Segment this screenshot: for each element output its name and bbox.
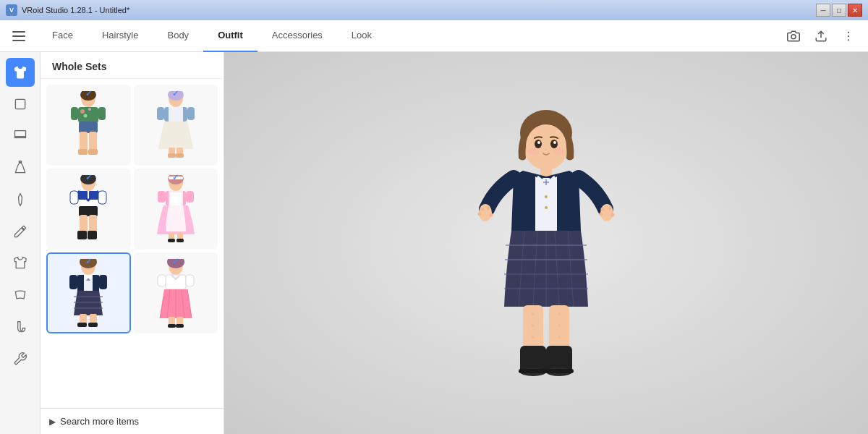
outfit-figure-4 — [138, 173, 214, 245]
top-icon — [13, 97, 27, 111]
shirt-icon — [13, 256, 27, 271]
side-icon-brush[interactable] — [6, 217, 35, 246]
svg-point-129 — [558, 336, 561, 339]
side-icon-dress[interactable] — [6, 153, 35, 182]
svg-rect-40 — [80, 215, 88, 232]
outfit-grid: ✓ — [46, 85, 218, 333]
check-5: ✓ — [85, 257, 92, 266]
svg-point-90 — [537, 141, 540, 144]
viewport — [224, 52, 868, 434]
character-svg — [474, 104, 618, 379]
export-button[interactable] — [810, 25, 832, 47]
collar-icon — [13, 288, 27, 302]
svg-point-106 — [490, 213, 493, 217]
svg-point-108 — [608, 207, 612, 210]
close-button[interactable]: ✕ — [848, 4, 862, 17]
panel-content: ✓ — [41, 79, 224, 408]
outfit-figure-6 — [138, 257, 214, 329]
side-icon-shirt[interactable] — [6, 249, 35, 278]
svg-rect-17 — [79, 122, 98, 133]
minimize-button[interactable]: ─ — [816, 4, 830, 17]
outfit-item-1[interactable]: ✓ — [46, 85, 131, 166]
search-more-label: Search more items — [60, 416, 139, 427]
svg-point-12 — [80, 109, 85, 114]
side-icon-necktie[interactable] — [6, 185, 35, 214]
svg-rect-42 — [77, 231, 87, 239]
svg-rect-83 — [168, 324, 176, 328]
titlebar-title: VRoid Studio 1.28.1 - Untitled* — [22, 6, 129, 14]
svg-rect-27 — [187, 107, 195, 120]
side-icon-bar — [0, 52, 41, 434]
svg-rect-26 — [157, 107, 164, 120]
svg-point-125 — [558, 312, 561, 315]
svg-rect-39 — [79, 206, 98, 216]
outfit-item-6[interactable]: ✓ — [134, 252, 218, 333]
side-icon-pants[interactable] — [6, 122, 35, 150]
tab-outfit[interactable]: Outfit — [203, 20, 258, 52]
svg-rect-31 — [176, 153, 184, 158]
svg-rect-37 — [70, 191, 78, 204]
tab-hairstyle[interactable]: Hairstyle — [88, 20, 153, 52]
outfit-svg-3 — [67, 175, 110, 244]
svg-point-92 — [545, 149, 548, 150]
svg-rect-54 — [168, 239, 175, 242]
svg-point-101 — [479, 204, 492, 221]
window-controls[interactable]: ─ □ ✕ — [816, 4, 862, 17]
side-icon-collar[interactable] — [6, 281, 35, 310]
outfit-item-3[interactable]: ✓ — [46, 169, 131, 250]
svg-point-0 — [791, 34, 796, 38]
check-1: ✓ — [85, 89, 92, 98]
check-6: ✓ — [172, 257, 179, 266]
svg-rect-25 — [169, 107, 183, 122]
svg-point-110 — [611, 213, 615, 217]
svg-point-107 — [601, 208, 605, 211]
svg-rect-74 — [158, 275, 166, 286]
svg-point-93 — [527, 148, 539, 155]
svg-rect-63 — [99, 275, 107, 289]
tab-look[interactable]: Look — [337, 20, 386, 52]
toolbar-actions — [783, 25, 859, 47]
menu-icon[interactable] — [9, 26, 29, 46]
outfit-icon — [13, 65, 27, 80]
outfit-item-2[interactable]: ✓ — [134, 85, 218, 166]
side-icon-socks[interactable] — [6, 312, 35, 341]
outfit-svg-4 — [154, 175, 197, 244]
camera-button[interactable] — [783, 25, 804, 47]
outfit-figure-1 — [51, 89, 127, 161]
outfit-item-5[interactable]: ✓ — [46, 252, 131, 333]
svg-rect-84 — [176, 324, 184, 328]
more-button[interactable] — [838, 25, 859, 47]
svg-point-3 — [848, 35, 849, 36]
check-2: ✓ — [172, 89, 179, 98]
outfit-item-4[interactable]: ✓ — [134, 169, 218, 250]
svg-rect-21 — [88, 149, 98, 155]
svg-rect-38 — [98, 191, 106, 204]
svg-rect-36 — [89, 191, 98, 200]
svg-point-88 — [535, 140, 542, 148]
svg-point-94 — [553, 148, 565, 155]
tab-face[interactable]: Face — [38, 20, 88, 52]
svg-rect-16 — [98, 107, 106, 120]
check-4: ✓ — [172, 173, 179, 182]
svg-point-102 — [600, 204, 613, 221]
svg-rect-35 — [78, 191, 88, 200]
svg-point-103 — [481, 208, 485, 211]
svg-point-87 — [526, 124, 566, 168]
app-icon: V — [6, 4, 17, 16]
side-icon-top[interactable] — [6, 90, 35, 119]
svg-rect-67 — [80, 314, 87, 324]
svg-rect-6 — [14, 131, 25, 137]
outfit-svg-6 — [154, 259, 197, 328]
svg-rect-30 — [168, 153, 176, 158]
svg-point-128 — [532, 336, 535, 339]
search-more-button[interactable]: ▶ Search more items — [41, 408, 224, 434]
tab-accessories[interactable]: Accessories — [258, 20, 337, 52]
main-toolbar: Face Hairstyle Body Outfit Accessories L… — [0, 20, 868, 52]
brush-icon — [13, 224, 27, 239]
svg-rect-11 — [78, 107, 98, 123]
side-icon-tool[interactable] — [6, 344, 35, 373]
necktie-icon — [13, 192, 27, 207]
tab-body[interactable]: Body — [153, 20, 203, 52]
maximize-button[interactable]: □ — [832, 4, 846, 17]
side-icon-outfit[interactable] — [6, 58, 35, 87]
